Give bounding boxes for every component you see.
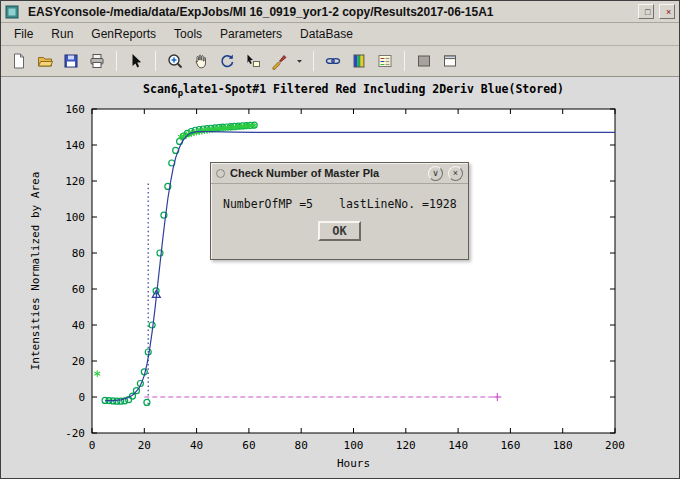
dialog-menu-icon[interactable] bbox=[216, 169, 225, 178]
new-file-button[interactable] bbox=[7, 49, 31, 73]
show-plot-tools-icon bbox=[441, 52, 459, 70]
data-cursor-button[interactable] bbox=[241, 49, 265, 73]
hide-plot-tools-icon bbox=[415, 52, 433, 70]
menu-item-database[interactable]: DataBase bbox=[291, 24, 362, 44]
window-titlebar[interactable]: EASYconsole-/media/data/ExpJobs/MI 16_09… bbox=[1, 1, 679, 23]
brush-dropdown-button[interactable] bbox=[293, 49, 306, 73]
toolbar-separator bbox=[404, 51, 405, 71]
app-icon[interactable] bbox=[5, 5, 19, 19]
link-plots-icon bbox=[324, 52, 342, 70]
pan-hand-icon bbox=[192, 52, 210, 70]
figure-area: 020406080100120140160180200-200204060801… bbox=[1, 77, 679, 478]
dialog-message: NumberOfMP =5lastLineNo. =1928 bbox=[223, 197, 457, 211]
rotate-3d-icon bbox=[218, 52, 236, 70]
check-number-dialog: Check Number of Master Pla ∨ × NumberOfM… bbox=[210, 162, 469, 260]
svg-text:80: 80 bbox=[72, 247, 85, 260]
link-plots-button[interactable] bbox=[321, 49, 345, 73]
rotate-3d-button[interactable] bbox=[215, 49, 239, 73]
svg-text:-20: -20 bbox=[65, 427, 85, 440]
toolbar bbox=[1, 46, 679, 77]
brush-icon bbox=[270, 52, 288, 70]
cursor-button[interactable] bbox=[124, 49, 148, 73]
menu-item-file[interactable]: File bbox=[5, 24, 42, 44]
menu-item-run[interactable]: Run bbox=[42, 24, 82, 44]
dialog-titlebar[interactable]: Check Number of Master Pla ∨ × bbox=[211, 163, 468, 184]
svg-text:20: 20 bbox=[138, 439, 151, 452]
insert-colorbar-button[interactable] bbox=[347, 49, 371, 73]
toolbar-separator bbox=[155, 51, 156, 71]
insert-colorbar-icon bbox=[350, 52, 368, 70]
menu-item-tools[interactable]: Tools bbox=[165, 24, 211, 44]
figure-canvas: 020406080100120140160180200-200204060801… bbox=[1, 77, 679, 478]
menu-item-genreports[interactable]: GenReports bbox=[82, 24, 165, 44]
menu-bar: FileRunGenReportsToolsParametersDataBase bbox=[1, 23, 679, 46]
svg-text:100: 100 bbox=[65, 211, 85, 224]
svg-text:160: 160 bbox=[65, 103, 85, 116]
save-icon bbox=[62, 52, 80, 70]
data-cursor-icon bbox=[244, 52, 262, 70]
menu-item-parameters[interactable]: Parameters bbox=[211, 24, 291, 44]
zoom-in-button[interactable] bbox=[163, 49, 187, 73]
svg-text:120: 120 bbox=[396, 439, 416, 452]
insert-legend-icon bbox=[376, 52, 394, 70]
dialog-title: Check Number of Master Pla bbox=[230, 167, 423, 179]
print-button[interactable] bbox=[85, 49, 109, 73]
svg-text:140: 140 bbox=[65, 139, 85, 152]
svg-text:40: 40 bbox=[190, 439, 203, 452]
open-folder-button[interactable] bbox=[33, 49, 57, 73]
dialog-chevron-down-icon[interactable]: ∨ bbox=[428, 166, 443, 181]
cursor-icon bbox=[127, 52, 145, 70]
svg-text:40: 40 bbox=[72, 319, 85, 332]
svg-text:60: 60 bbox=[72, 283, 85, 296]
save-button[interactable] bbox=[59, 49, 83, 73]
svg-text:80: 80 bbox=[295, 439, 308, 452]
dialog-body: NumberOfMP =5lastLineNo. =1928 OK bbox=[211, 184, 468, 241]
zoom-in-icon bbox=[166, 52, 184, 70]
show-plot-tools-button[interactable] bbox=[438, 49, 462, 73]
brush-dropdown-icon bbox=[294, 52, 305, 70]
toolbar-separator bbox=[116, 51, 117, 71]
y-axis-label: Intensities Normalized by Area bbox=[29, 172, 42, 371]
hide-plot-tools-button[interactable] bbox=[412, 49, 436, 73]
svg-text:120: 120 bbox=[65, 175, 85, 188]
svg-text:140: 140 bbox=[448, 439, 468, 452]
ok-button[interactable]: OK bbox=[318, 221, 360, 241]
last-line-no-value: lastLineNo. =1928 bbox=[339, 197, 457, 211]
print-icon bbox=[88, 52, 106, 70]
new-file-icon bbox=[10, 52, 28, 70]
pan-hand-button[interactable] bbox=[189, 49, 213, 73]
app-window: EASYconsole-/media/data/ExpJobs/MI 16_09… bbox=[0, 0, 680, 479]
svg-text:200: 200 bbox=[605, 439, 625, 452]
svg-text:180: 180 bbox=[553, 439, 573, 452]
maximize-button[interactable]: □ bbox=[638, 4, 654, 19]
close-button[interactable]: × bbox=[659, 4, 675, 19]
svg-text:60: 60 bbox=[242, 439, 255, 452]
open-folder-icon bbox=[36, 52, 54, 70]
toolbar-separator bbox=[313, 51, 314, 71]
dialog-close-icon[interactable]: × bbox=[448, 166, 463, 181]
svg-text:0: 0 bbox=[78, 391, 85, 404]
window-title: EASYconsole-/media/data/ExpJobs/MI 16_09… bbox=[24, 5, 633, 19]
number-of-mp-value: NumberOfMP =5 bbox=[223, 197, 313, 211]
svg-text:0: 0 bbox=[89, 439, 96, 452]
brush-button[interactable] bbox=[267, 49, 291, 73]
svg-text:100: 100 bbox=[344, 439, 364, 452]
svg-text:20: 20 bbox=[72, 355, 85, 368]
x-axis-label: Hours bbox=[337, 457, 370, 470]
chart-title: Scan6plate1-Spot#1 Filtered Red Includin… bbox=[143, 82, 564, 98]
svg-text:160: 160 bbox=[500, 439, 520, 452]
insert-legend-button[interactable] bbox=[373, 49, 397, 73]
